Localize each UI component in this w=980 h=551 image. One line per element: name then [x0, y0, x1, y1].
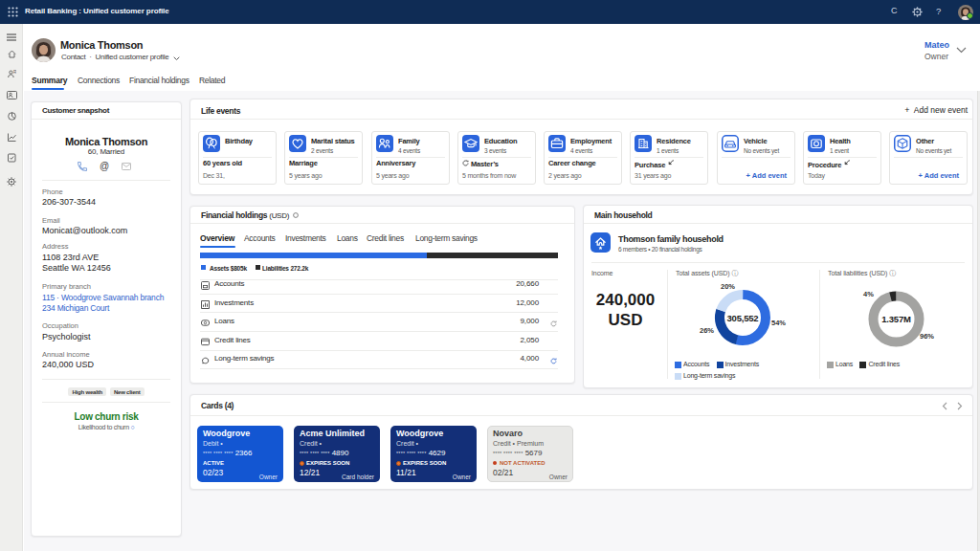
svg-text:R: R	[13, 70, 16, 75]
